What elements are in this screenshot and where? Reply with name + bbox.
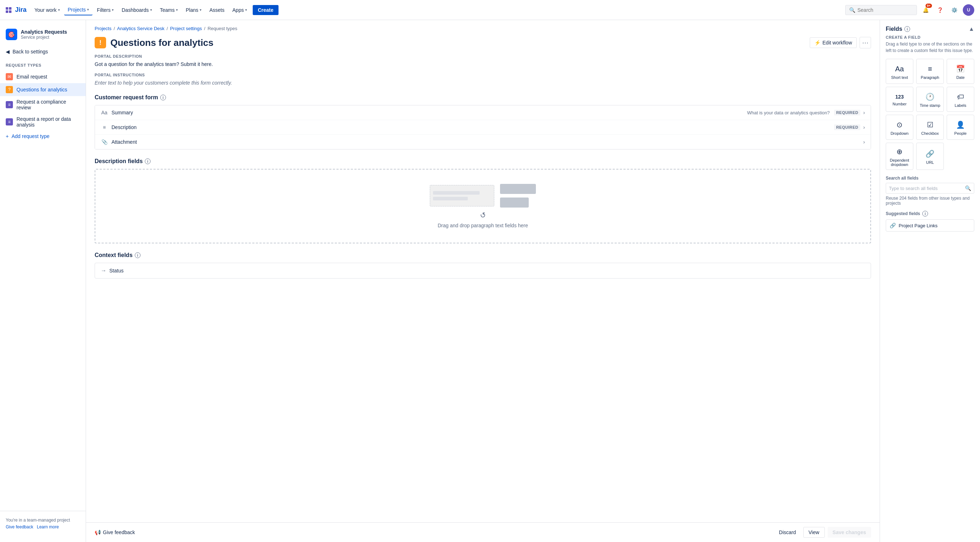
collapse-panel-button[interactable]: ▲	[969, 26, 974, 32]
dropdown-icon: ⊙	[896, 121, 902, 129]
field-type-date[interactable]: 📅 Date	[947, 59, 974, 84]
context-fields-info-icon[interactable]: i	[135, 252, 140, 258]
chevron-down-icon: ▾	[112, 8, 114, 12]
breadcrumb-separator: /	[204, 26, 205, 31]
help-button[interactable]: ❓	[934, 4, 946, 16]
nav-projects[interactable]: Projects ▾	[64, 5, 93, 16]
right-panel: Fields i ▲ CREATE A FIELD Drag a field t…	[880, 20, 980, 542]
nav-teams[interactable]: Teams ▾	[156, 5, 181, 15]
nav-dashboards[interactable]: Dashboards ▾	[118, 5, 156, 15]
portal-description-text[interactable]: Got a question for the analytics team? S…	[86, 60, 880, 73]
add-request-type-button[interactable]: + Add request type	[0, 130, 86, 142]
megaphone-icon: 📢	[95, 529, 101, 535]
view-button[interactable]: View	[803, 527, 825, 538]
nav-your-work[interactable]: Your work ▾	[31, 5, 64, 15]
form-section-header: Customer request form i	[95, 94, 871, 101]
suggested-field-project-page-links[interactable]: 🔗 Project Page Links	[886, 219, 974, 232]
edit-workflow-label: Edit workflow	[822, 40, 852, 46]
description-field-row[interactable]: ≡ Description REQUIRED ›	[95, 120, 871, 135]
field-type-label: Checkbox	[921, 131, 939, 135]
nav-items: Your work ▾ Projects ▾ Filters ▾ Dashboa…	[31, 5, 844, 16]
field-type-number[interactable]: 123 Number	[886, 87, 913, 112]
give-feedback-link[interactable]: Give feedback	[6, 525, 33, 529]
field-types-grid: Aa Short text ≡ Paragraph 📅 Date 123 Num…	[886, 59, 974, 170]
breadcrumb-project-settings[interactable]: Project settings	[170, 26, 202, 31]
field-type-label: Number	[892, 102, 907, 106]
page-title: Questions for analytics	[110, 37, 214, 48]
field-type-labels[interactable]: 🏷 Labels	[947, 87, 974, 112]
description-fields-info-icon[interactable]: i	[145, 159, 151, 164]
breadcrumb-service-desk[interactable]: Analytics Service Desk	[117, 26, 164, 31]
field-type-people[interactable]: 👤 People	[947, 115, 974, 140]
summary-required-badge: REQUIRED	[834, 110, 861, 115]
description-drop-zone[interactable]: ↺ Drag and drop paragraph text fields he…	[95, 169, 871, 243]
field-type-dependent-dropdown[interactable]: ⊕ Dependent dropdown	[886, 143, 913, 170]
logo[interactable]: Jira	[6, 6, 27, 14]
number-icon: 123	[896, 94, 904, 100]
nav-filters[interactable]: Filters ▾	[93, 5, 117, 15]
learn-more-link[interactable]: Learn more	[37, 525, 59, 529]
jira-logo-text: Jira	[15, 6, 27, 14]
page-icon: !	[95, 37, 106, 48]
report-analysis-icon: ≡	[6, 118, 13, 126]
portal-instructions-label: Portal instructions	[86, 73, 880, 77]
sidebar-item-questions-analytics[interactable]: ? Questions for analytics	[0, 83, 86, 96]
summary-field-row[interactable]: Aa Summary What is your data or analytic…	[95, 105, 871, 120]
compliance-review-icon: ≡	[6, 101, 13, 108]
field-type-url[interactable]: 🔗 URL	[916, 143, 944, 170]
settings-button[interactable]: ⚙️	[948, 4, 960, 16]
sidebar-item-report-analysis[interactable]: ≡ Request a report or data analysis	[0, 113, 86, 130]
description-field-icon: ≡	[101, 124, 108, 130]
notification-badge: 9+	[926, 3, 932, 8]
chevron-down-icon: ▾	[176, 8, 178, 12]
chevron-down-icon: ▾	[87, 8, 89, 11]
save-changes-button[interactable]: Save changes	[828, 527, 871, 538]
field-type-label: People	[954, 131, 966, 135]
search-icon: 🔍	[849, 7, 855, 13]
chevron-down-icon: ▾	[58, 8, 60, 12]
nav-plans[interactable]: Plans ▾	[182, 5, 205, 15]
breadcrumb: Projects / Analytics Service Desk / Proj…	[86, 20, 880, 34]
field-type-paragraph[interactable]: ≡ Paragraph	[916, 59, 944, 84]
field-type-dropdown[interactable]: ⊙ Dropdown	[886, 115, 913, 140]
team-managed-text: You're in a team-managed project	[6, 517, 80, 524]
portal-description-label: Portal description	[86, 54, 880, 59]
customer-form-info-icon[interactable]: i	[160, 95, 166, 100]
field-type-timestamp[interactable]: 🕐 Time stamp	[916, 87, 944, 112]
notifications-button[interactable]: 🔔 9+	[920, 4, 931, 16]
field-type-label: Dependent dropdown	[888, 158, 911, 167]
add-request-label: Add request type	[11, 134, 49, 139]
nav-assets[interactable]: Assets	[206, 5, 228, 15]
main-content: Projects / Analytics Service Desk / Proj…	[86, 20, 880, 542]
discard-button[interactable]: Discard	[775, 527, 800, 538]
search-all-fields-input[interactable]	[889, 186, 963, 191]
panel-info-icon[interactable]: i	[904, 26, 910, 32]
field-type-checkbox[interactable]: ☑ Checkbox	[916, 115, 944, 140]
chevron-right-icon: ›	[863, 124, 865, 130]
field-type-label: Time stamp	[920, 103, 940, 108]
back-to-settings-button[interactable]: ◀ Back to settings	[0, 46, 86, 57]
breadcrumb-projects[interactable]: Projects	[95, 26, 111, 31]
panel-header: Fields i ▲	[886, 26, 974, 32]
more-actions-button[interactable]: ⋯	[859, 37, 871, 48]
portal-instructions-text[interactable]: Enter text to help your customers comple…	[86, 78, 880, 94]
field-type-label: Dropdown	[890, 131, 908, 135]
search-input[interactable]	[858, 7, 913, 13]
search-all-fields-input-container[interactable]: 🔍	[886, 183, 974, 194]
search-box[interactable]: 🔍	[845, 5, 917, 15]
create-button[interactable]: Create	[253, 5, 278, 15]
feedback-label: Give feedback	[103, 529, 135, 535]
sidebar-item-compliance-review[interactable]: ≡ Request a compliance review	[0, 96, 86, 113]
attachment-field-row[interactable]: 📎 Attachment ›	[95, 135, 871, 149]
nav-apps[interactable]: Apps ▾	[229, 5, 251, 15]
status-field-name: Status	[109, 268, 124, 273]
sidebar-item-email-request[interactable]: ✉ Email request	[0, 70, 86, 83]
nav-right-section: 🔍 🔔 9+ ❓ ⚙️ U	[845, 4, 974, 16]
avatar[interactable]: U	[963, 4, 974, 16]
give-feedback-button[interactable]: 📢 Give feedback	[95, 529, 135, 535]
suggested-fields-info-icon[interactable]: i	[922, 211, 928, 216]
edit-workflow-button[interactable]: ⚡ Edit workflow	[810, 37, 857, 48]
status-field-row[interactable]: → Status	[95, 263, 871, 278]
field-type-short-text[interactable]: Aa Short text	[886, 59, 913, 84]
drag-preview-row	[430, 184, 536, 208]
